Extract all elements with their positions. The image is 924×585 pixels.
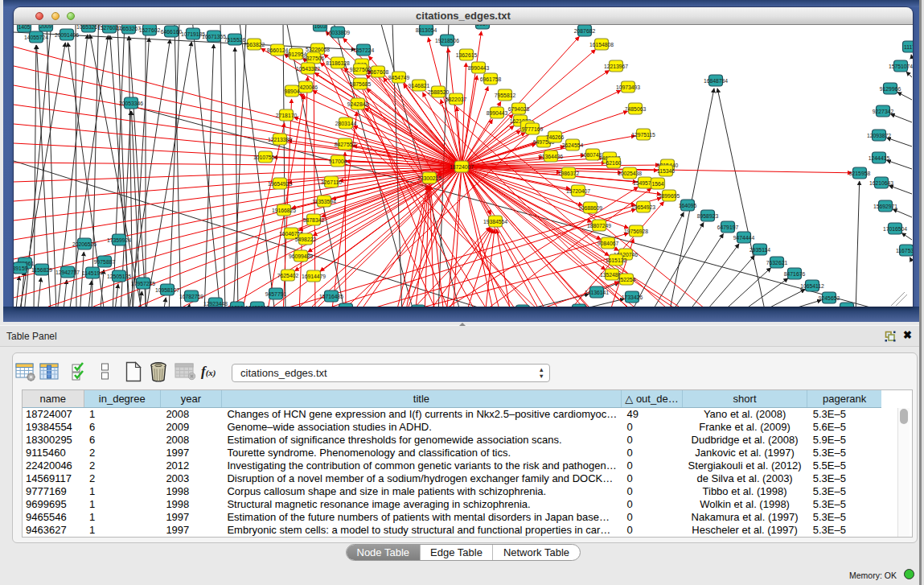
svg-text:12923448: 12923448 (203, 301, 228, 307)
svg-text:9084067: 9084067 (598, 241, 619, 246)
svg-text:15751074: 15751074 (889, 64, 913, 69)
svg-text:19654923: 19654923 (268, 181, 292, 187)
svg-text:1167533: 1167533 (896, 248, 913, 253)
svg-text:8454749: 8454749 (388, 75, 410, 80)
svg-text:10958107: 10958107 (155, 287, 179, 293)
svg-text:7625402: 7625402 (277, 273, 299, 278)
svg-text:10433218: 10433218 (245, 305, 269, 307)
svg-text:15720407: 15720407 (566, 188, 590, 194)
svg-text:16154808: 16154808 (589, 42, 614, 47)
svg-text:19218506: 19218506 (435, 38, 459, 43)
svg-text:7955812: 7955812 (495, 93, 516, 98)
svg-text:21364436: 21364436 (539, 154, 563, 159)
svg-text:20206526: 20206526 (72, 241, 97, 247)
svg-text:8215958: 8215958 (849, 171, 871, 176)
svg-text:10688609: 10688609 (578, 205, 602, 211)
svg-text:14055724: 14055724 (24, 35, 48, 40)
svg-text:10543382: 10543382 (296, 66, 320, 72)
svg-text:9146821: 9146821 (409, 83, 430, 89)
svg-text:17359924: 17359924 (107, 237, 131, 243)
svg-text:20053346: 20053346 (119, 101, 143, 106)
svg-text:1244415: 1244415 (869, 155, 890, 161)
svg-text:6961758: 6961758 (480, 76, 502, 82)
svg-text:1564: 1564 (651, 181, 663, 187)
svg-text:10653267: 10653267 (117, 26, 141, 31)
svg-text:8958923: 8958923 (697, 213, 719, 219)
svg-text:17957225: 17957225 (131, 281, 155, 286)
svg-text:10654112: 10654112 (800, 283, 824, 289)
svg-text:12942737: 12942737 (55, 270, 80, 275)
svg-text:1145194: 1145194 (82, 270, 103, 276)
svg-text:1156829: 1156829 (31, 267, 52, 273)
svg-text:5875685: 5875685 (350, 81, 372, 87)
svg-text:12213389: 12213389 (268, 137, 292, 142)
svg-text:16033809: 16033809 (326, 30, 350, 35)
svg-text:115346: 115346 (657, 168, 675, 174)
svg-text:20091406: 20091406 (55, 32, 79, 38)
svg-text:39159: 39159 (14, 266, 28, 271)
svg-text:2087682: 2087682 (574, 28, 596, 34)
svg-text:1603: 1603 (314, 25, 326, 29)
svg-text:6479197: 6479197 (717, 225, 739, 230)
svg-text:5822037: 5822037 (446, 97, 467, 102)
svg-text:19756928: 19756928 (624, 229, 648, 234)
svg-text:3624554: 3624554 (562, 142, 584, 148)
svg-text:2935114: 2935114 (749, 247, 770, 253)
svg-text:5878342: 5878342 (303, 217, 325, 223)
svg-text:7632621: 7632621 (766, 260, 788, 266)
svg-text:6794028: 6794028 (508, 106, 530, 112)
svg-text:23300215: 23300215 (417, 175, 441, 181)
svg-text:92456: 92456 (840, 306, 855, 307)
svg-text:6466160: 6466160 (161, 29, 183, 35)
svg-text:12505135: 12505135 (107, 274, 131, 279)
svg-text:2803144: 2803144 (335, 121, 357, 126)
svg-text:5498222: 5498222 (295, 237, 317, 242)
svg-text:19384554: 19384554 (483, 219, 507, 225)
svg-text:19166825: 19166825 (272, 208, 296, 213)
svg-text:2718170: 2718170 (276, 113, 298, 118)
svg-text:19600133: 19600133 (334, 307, 358, 307)
svg-text:9899695: 9899695 (659, 193, 680, 199)
svg-text:9129966: 9129966 (880, 86, 901, 92)
svg-text:7986372: 7986372 (558, 171, 580, 176)
svg-text:10025438: 10025438 (618, 171, 642, 176)
svg-text:164095: 164095 (679, 203, 697, 208)
svg-text:8990443: 8990443 (487, 110, 508, 116)
svg-text:19654923: 19654923 (631, 204, 655, 210)
svg-text:9245652: 9245652 (819, 295, 840, 301)
svg-text:8990443: 8990443 (468, 65, 490, 71)
svg-text:1117: 1117 (904, 44, 913, 50)
svg-text:16782759: 16782759 (179, 294, 203, 299)
svg-text:1362615: 1362615 (456, 52, 478, 58)
svg-text:9457791: 9457791 (265, 291, 287, 297)
svg-text:16848784: 16848784 (704, 78, 728, 84)
svg-text:9242848: 9242848 (347, 101, 369, 107)
svg-text:7485063: 7485063 (625, 106, 647, 112)
svg-text:252254: 252254 (618, 277, 636, 282)
svg-text:96099489: 96099489 (289, 253, 313, 259)
svg-text:16914479: 16914479 (302, 274, 326, 279)
svg-text:9227342: 9227342 (873, 109, 894, 114)
svg-text:3267110: 3267110 (321, 179, 342, 185)
svg-text:2009: 2009 (39, 25, 51, 29)
svg-text:917004: 917004 (329, 159, 347, 164)
svg-text:17016504: 17016504 (883, 226, 907, 232)
svg-text:12975115: 12975115 (631, 132, 655, 138)
svg-text:18724007: 18724007 (450, 164, 474, 170)
svg-text:14136141: 14136141 (585, 290, 609, 295)
svg-text:9777169: 9777169 (522, 126, 544, 132)
svg-text:9474444: 9474444 (733, 235, 755, 241)
svg-text:1292: 1292 (231, 305, 243, 307)
svg-text:16671355: 16671355 (202, 34, 226, 39)
svg-text:11353594: 11353594 (312, 199, 336, 204)
svg-text:9327506: 9327506 (303, 56, 325, 61)
svg-text:53226058: 53226058 (306, 47, 330, 52)
svg-text:7563822: 7563822 (244, 42, 265, 47)
svg-text:9975887: 9975887 (94, 259, 116, 265)
svg-text:15692971: 15692971 (873, 204, 897, 209)
svg-text:746266: 746266 (546, 134, 565, 140)
svg-text:8813054: 8813054 (416, 27, 437, 33)
svg-text:15716485: 15716485 (319, 294, 343, 299)
svg-text:10973493: 10973493 (616, 84, 640, 90)
svg-text:2087: 2087 (476, 25, 488, 27)
